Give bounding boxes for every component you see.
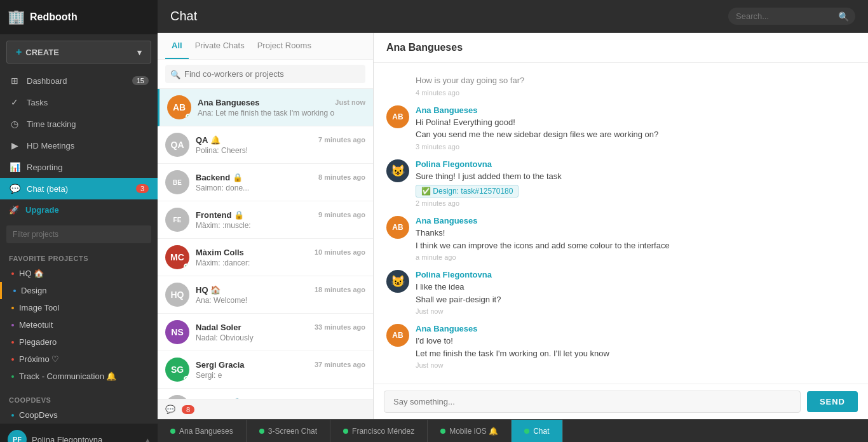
filter-projects-input[interactable] (6, 225, 151, 243)
bottom-tab-3screen-chat[interactable]: 3-Screen Chat (247, 420, 330, 442)
bottom-tab-chat[interactable]: Chat (512, 420, 562, 442)
brand-name: Redbooth (30, 11, 78, 23)
sidebar-item-reporting[interactable]: 📊 Reporting (0, 156, 158, 178)
avatar: AB (167, 95, 191, 119)
chat-list-item[interactable]: MC Màxim Colls 10 minutes ago Màxim: :da… (158, 239, 373, 276)
sidebar: 🏢 Redbooth + CREATE ▾ ⊞ Dashboard 15 ✓ T… (0, 0, 158, 442)
logo-icon: 🏢 (8, 9, 25, 25)
chevron-up-icon: ▴ (146, 435, 150, 443)
message-input-area: SEND (374, 384, 868, 419)
bottom-bar: Ana Bangueses 3-Screen Chat Francisco Mé… (158, 419, 868, 442)
chat-tabs: All Private Chats Project Rooms (158, 33, 373, 60)
send-button[interactable]: SEND (807, 391, 858, 412)
message-time: 9 minutes ago (318, 211, 365, 218)
avatar: 😺 (386, 159, 409, 182)
contact-name: Màxim Colls (196, 248, 244, 257)
bottom-tab-mobile-ios[interactable]: Mobile iOS 🔔 (428, 420, 512, 442)
project-item-plegadero[interactable]: Plegadero (0, 333, 158, 351)
search-icon: 🔍 (838, 11, 849, 22)
chat-list-item[interactable]: SYS Systems 🔒 42 minutes ago Pau: the sm… (158, 389, 373, 399)
messages-area: How is your day going so far? 4 minutes … (374, 63, 868, 384)
sidebar-item-hd-meetings[interactable]: ▶ HD Meetings (0, 135, 158, 156)
message-content: Ana Bangueses I'd love to!Let me finish … (416, 324, 855, 369)
contact-name: Frontend 🔒 (196, 210, 244, 220)
chat-info: HQ 🏠 18 minutes ago Ana: Welcome! (196, 285, 365, 305)
tab-label: Chat (533, 427, 549, 436)
unread-count-bar: 💬 8 (158, 399, 373, 419)
project-item-track-communication[interactable]: Track - Communication 🔔 (0, 368, 158, 385)
chat-list-item[interactable]: SG Sergi Gracia 37 minutes ago Sergi: e (158, 351, 373, 389)
avatar: QA (165, 133, 189, 157)
search-wrapper: 🔍 (728, 8, 855, 25)
clock-icon: ◷ (9, 119, 20, 129)
chat-search-input[interactable] (165, 65, 365, 83)
create-button[interactable]: + CREATE ▾ (6, 41, 151, 64)
status-dot (343, 429, 348, 434)
message-time: 3 minutes ago (416, 143, 855, 151)
message-sender: Polina Flegontovna (416, 270, 855, 279)
project-item-hq[interactable]: HQ 🏠 (0, 265, 158, 282)
sidebar-item-time-tracking[interactable]: ◷ Time tracking (0, 113, 158, 135)
chat-search-area: 🔍 (158, 60, 373, 89)
video-icon: ▶ (9, 140, 20, 151)
project-item-coopdevs[interactable]: CoopDevs (0, 406, 158, 424)
chat-info: Frontend 🔒 9 minutes ago Màxim: :muscle: (196, 210, 365, 230)
sidebar-item-label: Chat (beta) (27, 184, 68, 194)
chat-list-item[interactable]: HQ HQ 🏠 18 minutes ago Ana: Welcome! (158, 276, 373, 314)
message-sender: Polina Flegontovna (416, 159, 855, 169)
bottom-tab-francisco[interactable]: Francisco Méndez (330, 420, 428, 442)
sidebar-item-dashboard[interactable]: ⊞ Dashboard 15 (0, 70, 158, 91)
sidebar-item-chat[interactable]: 💬 Chat (beta) 3 (0, 178, 158, 199)
message-time: 33 minutes ago (315, 323, 365, 331)
sidebar-item-tasks[interactable]: ✓ Tasks (0, 91, 158, 113)
message-text: Hi Polina! Everything good!Can you send … (416, 116, 855, 141)
tab-project-rooms[interactable]: Project Rooms (251, 33, 318, 59)
project-item-proximo[interactable]: Próximo ♡ (0, 351, 158, 368)
chat-list-item[interactable]: FE Frontend 🔒 9 minutes ago Màxim: :musc… (158, 201, 373, 239)
sidebar-item-upgrade[interactable]: 🚀 Upgrade (0, 199, 158, 220)
avatar: NS (165, 320, 189, 344)
bottom-tab-3screen-chat[interactable]: Ana Bangueses (158, 420, 247, 442)
project-name: Próximo ♡ (19, 354, 59, 364)
tab-private-chats[interactable]: Private Chats (189, 33, 251, 59)
tab-all[interactable]: All (165, 33, 189, 59)
avatar: SG (165, 358, 189, 382)
project-name: Design (21, 286, 46, 295)
message-row: AB Ana Bangueses I'd love to!Let me fini… (386, 324, 855, 369)
project-name: Image Tool (19, 303, 59, 312)
status-dot (524, 429, 529, 434)
user-profile[interactable]: PF Polina Flegontovna ▴ (0, 424, 158, 442)
message-time: 8 minutes ago (318, 173, 365, 181)
message-time: 18 minutes ago (315, 286, 365, 293)
message-sender: Ana Bangueses (416, 105, 855, 115)
project-item-design[interactable]: Design (0, 282, 158, 299)
status-dot (170, 429, 175, 434)
online-indicator (184, 264, 189, 269)
project-item-image-tool[interactable]: Image Tool (0, 299, 158, 316)
sidebar-item-label: HD Meetings (27, 141, 74, 151)
sidebar-item-label: Dashboard (27, 76, 67, 86)
tasks-icon: ✓ (9, 97, 20, 107)
chat-list-item[interactable]: NS Nadal Soler 33 minutes ago Nadal: Obv… (158, 314, 373, 351)
chat-info: QA 🔔 7 minutes ago Polina: Cheers! (196, 135, 365, 155)
contact-name: Nadal Soler (196, 323, 241, 332)
contact-name: Sergi Gracia (196, 360, 245, 370)
sidebar-header: 🏢 Redbooth (0, 0, 158, 34)
chart-icon: 📊 (9, 162, 20, 172)
task-link[interactable]: ✅ Design: task#12570180 (416, 185, 519, 198)
favorite-projects-label: FAVORITE PROJECTS (0, 248, 158, 265)
username: Polina Flegontovna (32, 435, 102, 443)
chat-list-item[interactable]: BE Backend 🔒 8 minutes ago Saimon: done.… (158, 164, 373, 201)
project-name: CoopDevs (19, 410, 58, 420)
message-time: 7 minutes ago (318, 136, 365, 144)
message-text: Thanks!I think we can improve the icons … (416, 227, 855, 251)
message-input[interactable] (384, 391, 801, 413)
project-name: Meteotuit (19, 320, 53, 330)
chat-badge: 3 (136, 184, 149, 193)
project-item-meteotuit[interactable]: Meteotuit (0, 316, 158, 333)
global-search-input[interactable] (728, 8, 855, 25)
tab-label: Ana Bangueses (179, 427, 233, 436)
user-avatar: PF (8, 430, 27, 442)
chat-list-item[interactable]: QA QA 🔔 7 minutes ago Polina: Cheers! (158, 126, 373, 164)
chat-list-item[interactable]: AB Ana Bangueses Just now Ana: Let me fi… (158, 89, 373, 126)
